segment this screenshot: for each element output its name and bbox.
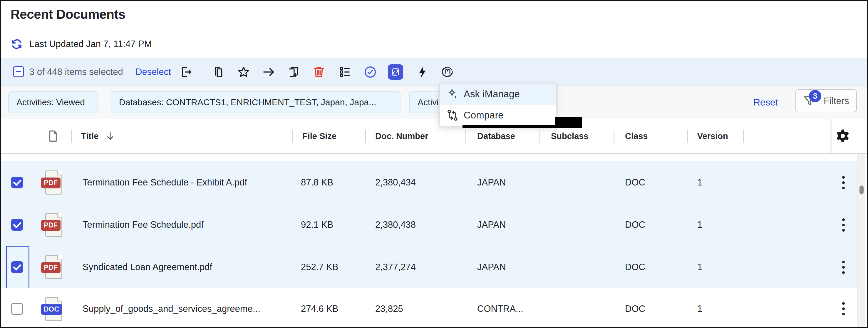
cell-doc-number: 2,380,438 [375, 219, 416, 230]
cell-class: DOC [625, 219, 645, 230]
add-to-folder-icon[interactable] [286, 65, 300, 79]
menu-item-ask-imanage[interactable]: Ask iManage [440, 84, 556, 105]
selection-count-text: 3 of 448 items selected [29, 58, 123, 86]
row-checkbox[interactable] [11, 303, 23, 315]
cell-doc-number: 2,377,274 [375, 262, 416, 272]
cell-class: DOC [625, 262, 645, 272]
imanage-logo-icon[interactable] [440, 65, 454, 79]
cell-title[interactable]: Termination Fee Schedule - Exhibit A.pdf [83, 177, 247, 188]
menu-item-compare[interactable]: Compare [440, 105, 556, 126]
file-type-badge: PDF [41, 178, 61, 188]
menu-item-label: Compare [464, 110, 504, 121]
doc-file-icon: DOC [45, 297, 62, 321]
deselect-button[interactable]: Deselect [135, 58, 171, 86]
cell-database: JAPAN [477, 177, 506, 188]
column-divider [71, 130, 72, 143]
row-menu-kebab-icon[interactable] [837, 258, 849, 276]
cell-file-size: 87.8 KB [301, 177, 333, 188]
page-title: Recent Documents [10, 7, 125, 22]
sort-descending-icon[interactable] [104, 130, 116, 142]
row-menu-kebab-icon[interactable] [837, 300, 849, 318]
column-header-file-size[interactable]: File Size [302, 119, 336, 153]
document-sync-icon[interactable] [388, 64, 403, 80]
checklist-icon[interactable] [338, 65, 352, 79]
recent-documents-page: Recent Documents Last Updated Jan 7, 11:… [0, 0, 868, 328]
cell-doc-number: 23,825 [375, 304, 403, 314]
file-type-badge: PDF [41, 220, 61, 231]
table-row[interactable]: DOC Supply_of_goods_and_services_agreeme… [1, 288, 857, 328]
pdf-file-icon: PDF [45, 213, 62, 237]
compare-icon [446, 109, 459, 122]
row-menu-kebab-icon[interactable] [837, 216, 849, 234]
cell-doc-number: 2,380,434 [375, 177, 416, 188]
cell-file-size: 92.1 KB [301, 219, 333, 230]
row-checkbox[interactable] [11, 261, 23, 273]
column-header-doc-number[interactable]: Doc. Number [375, 119, 428, 153]
vertical-scrollbar[interactable] [858, 154, 865, 328]
filters-button-label: Filters [824, 95, 849, 107]
select-all-indeterminate-checkbox[interactable] [13, 66, 24, 77]
file-type-badge: PDF [41, 262, 61, 273]
copy-icon[interactable] [212, 65, 226, 79]
table-header: Title File Size Doc. Number Database Sub… [1, 119, 868, 154]
cell-version: 1 [697, 219, 702, 230]
table-row[interactable]: PDF Termination Fee Schedule - Exhibit A… [1, 161, 857, 204]
reset-filters-button[interactable]: Reset [753, 86, 778, 118]
cell-title[interactable]: Syndicated Loan Agreement.pdf [83, 262, 212, 272]
cell-database: JAPAN [477, 219, 506, 230]
table-row[interactable]: PDF Syndicated Loan Agreement.pdf 252.7 … [1, 246, 857, 289]
filter-bar: Activities: Viewed Databases: CONTRACTS1… [1, 86, 868, 119]
quick-actions-icon[interactable] [415, 65, 430, 79]
cell-database: CONTRA... [477, 304, 523, 314]
column-header-title[interactable]: Title [81, 119, 98, 153]
filter-chip-label: Activities: Viewed [17, 97, 85, 107]
redaction-block [555, 117, 582, 128]
cell-version: 1 [697, 262, 702, 272]
star-icon[interactable] [237, 65, 251, 79]
column-header-class[interactable]: Class [625, 119, 648, 153]
row-checkbox[interactable] [11, 219, 23, 231]
column-header-version[interactable]: Version [697, 119, 728, 153]
column-divider [292, 130, 293, 143]
cell-title[interactable]: Termination Fee Schedule.pdf [83, 219, 204, 230]
filter-chip-activities[interactable]: Activities: Viewed [8, 91, 98, 113]
arrow-right-icon[interactable] [261, 65, 276, 79]
row-menu-kebab-icon[interactable] [837, 174, 849, 191]
delete-icon[interactable] [312, 65, 326, 79]
refresh-icon[interactable] [10, 38, 23, 50]
filter-chip-label: Activi [417, 97, 439, 107]
column-divider [830, 119, 832, 153]
cell-title[interactable]: Supply_of_goods_and_services_agreeme... [83, 304, 260, 314]
cell-file-size: 274.6 KB [301, 304, 339, 314]
last-updated-text: Last Updated Jan 7, 11:47 PM [29, 39, 152, 49]
cell-version: 1 [697, 304, 702, 314]
column-divider [614, 130, 614, 143]
cell-file-size: 252.7 KB [301, 262, 339, 272]
column-divider [365, 130, 366, 143]
column-divider [743, 130, 744, 143]
cell-version: 1 [697, 177, 702, 188]
column-divider [465, 130, 466, 143]
vertical-scrollbar-thumb[interactable] [860, 185, 864, 194]
last-updated-row: Last Updated Jan 7, 11:47 PM [10, 37, 152, 51]
export-icon[interactable] [179, 65, 193, 79]
column-divider [687, 130, 688, 143]
filter-chip-label: Databases: CONTRACTS1, ENRICHMENT_TEST, … [119, 97, 376, 107]
row-checkbox[interactable] [11, 177, 23, 188]
filters-count-badge: 3 [809, 90, 821, 102]
filters-button[interactable]: 3 Filters [796, 89, 857, 112]
actions-dropdown-menu: Ask iManage Compare [439, 83, 557, 126]
pdf-file-icon: PDF [45, 171, 62, 195]
column-divider [539, 130, 540, 143]
menu-item-label: Ask iManage [464, 88, 520, 100]
gear-icon[interactable] [835, 128, 851, 144]
cell-class: DOC [625, 177, 645, 188]
selection-toolbar: 3 of 448 items selected Deselect [1, 58, 868, 86]
approve-icon[interactable] [363, 65, 377, 79]
filter-chip-databases[interactable]: Databases: CONTRACTS1, ENRICHMENT_TEST, … [111, 91, 401, 113]
table-row[interactable]: PDF Termination Fee Schedule.pdf 92.1 KB… [1, 204, 857, 246]
pdf-file-icon: PDF [45, 255, 62, 279]
cell-database: JAPAN [477, 262, 506, 272]
document-column-icon [46, 129, 60, 143]
sparkle-icon [446, 88, 459, 100]
